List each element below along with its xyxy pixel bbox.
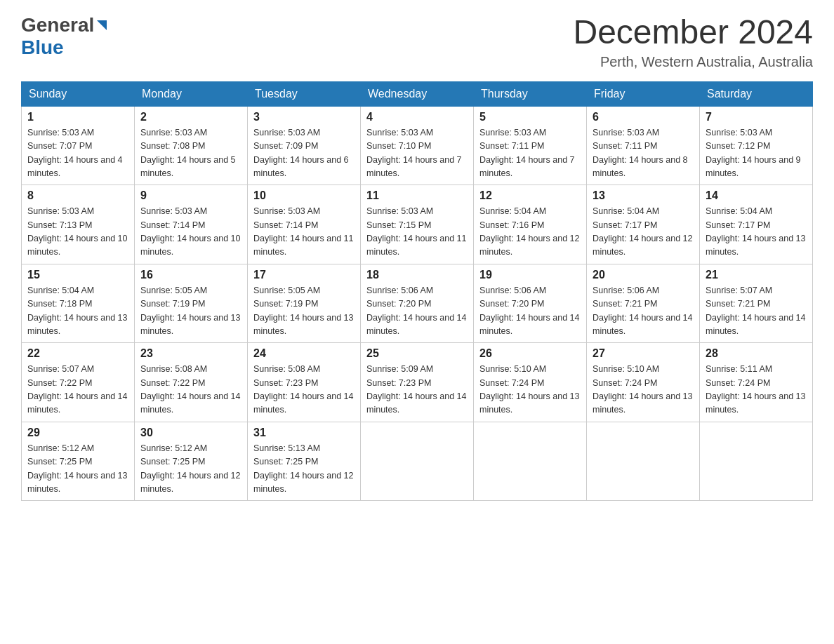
day-info: Sunrise: 5:12 AMSunset: 7:25 PMDaylight:… [140,442,241,497]
calendar-week-row: 15Sunrise: 5:04 AMSunset: 7:18 PMDayligh… [22,264,813,343]
day-number: 31 [253,427,355,439]
day-number: 21 [706,269,807,281]
table-row: 8Sunrise: 5:03 AMSunset: 7:13 PMDaylight… [22,185,135,264]
day-info: Sunrise: 5:03 AMSunset: 7:14 PMDaylight:… [253,205,355,260]
day-info: Sunrise: 5:04 AMSunset: 7:16 PMDaylight:… [479,205,581,260]
day-info: Sunrise: 5:03 AMSunset: 7:13 PMDaylight:… [27,205,128,260]
day-number: 29 [27,427,128,439]
day-info: Sunrise: 5:07 AMSunset: 7:22 PMDaylight:… [27,363,128,417]
day-number: 27 [593,347,694,360]
table-row: 6Sunrise: 5:03 AMSunset: 7:11 PMDaylight… [587,106,700,185]
calendar-week-row: 29Sunrise: 5:12 AMSunset: 7:25 PMDayligh… [22,422,813,501]
day-number: 17 [253,269,355,281]
day-info: Sunrise: 5:04 AMSunset: 7:17 PMDaylight:… [593,205,694,260]
day-info: Sunrise: 5:05 AMSunset: 7:19 PMDaylight:… [140,284,241,339]
table-row: 2Sunrise: 5:03 AMSunset: 7:08 PMDaylight… [135,106,248,185]
table-row: 21Sunrise: 5:07 AMSunset: 7:21 PMDayligh… [700,264,813,343]
table-row: 24Sunrise: 5:08 AMSunset: 7:23 PMDayligh… [248,343,361,422]
calendar-subtitle: Perth, Western Australia, Australia [573,54,813,70]
table-row [474,422,587,501]
day-number: 3 [253,111,355,123]
col-friday: Friday [587,81,700,106]
day-number: 10 [253,189,355,202]
day-number: 15 [27,269,128,281]
calendar-title: December 2024 [573,14,813,51]
col-wednesday: Wednesday [361,81,474,106]
day-info: Sunrise: 5:10 AMSunset: 7:24 PMDaylight:… [593,363,694,417]
day-number: 5 [479,111,581,123]
day-info: Sunrise: 5:11 AMSunset: 7:24 PMDaylight:… [706,363,807,417]
day-number: 11 [366,189,468,202]
table-row: 18Sunrise: 5:06 AMSunset: 7:20 PMDayligh… [361,264,474,343]
col-sunday: Sunday [22,81,135,106]
title-area: December 2024 Perth, Western Australia, … [573,14,813,70]
day-info: Sunrise: 5:13 AMSunset: 7:25 PMDaylight:… [253,442,355,497]
table-row: 1Sunrise: 5:03 AMSunset: 7:07 PMDaylight… [22,106,135,185]
col-monday: Monday [135,81,248,106]
calendar-week-row: 22Sunrise: 5:07 AMSunset: 7:22 PMDayligh… [22,343,813,422]
calendar-week-row: 1Sunrise: 5:03 AMSunset: 7:07 PMDaylight… [22,106,813,185]
col-saturday: Saturday [700,81,813,106]
day-number: 19 [479,269,581,281]
table-row [700,422,813,501]
day-info: Sunrise: 5:03 AMSunset: 7:07 PMDaylight:… [27,126,128,181]
day-number: 28 [706,347,807,360]
table-row: 4Sunrise: 5:03 AMSunset: 7:10 PMDaylight… [361,106,474,185]
table-row: 26Sunrise: 5:10 AMSunset: 7:24 PMDayligh… [474,343,587,422]
table-row: 11Sunrise: 5:03 AMSunset: 7:15 PMDayligh… [361,185,474,264]
day-number: 7 [706,111,807,123]
day-info: Sunrise: 5:06 AMSunset: 7:21 PMDaylight:… [593,284,694,339]
logo-blue-text: Blue [21,36,64,58]
table-row: 10Sunrise: 5:03 AMSunset: 7:14 PMDayligh… [248,185,361,264]
day-number: 6 [593,111,694,123]
calendar-header-row: Sunday Monday Tuesday Wednesday Thursday… [22,81,813,106]
table-row: 31Sunrise: 5:13 AMSunset: 7:25 PMDayligh… [248,422,361,501]
calendar-table: Sunday Monday Tuesday Wednesday Thursday… [21,81,813,502]
day-info: Sunrise: 5:04 AMSunset: 7:17 PMDaylight:… [706,205,807,260]
day-info: Sunrise: 5:03 AMSunset: 7:08 PMDaylight:… [140,126,241,181]
col-tuesday: Tuesday [248,81,361,106]
page-header: General Blue December 2024 Perth, Wester… [21,14,813,70]
table-row: 3Sunrise: 5:03 AMSunset: 7:09 PMDaylight… [248,106,361,185]
day-number: 26 [479,347,581,360]
day-info: Sunrise: 5:07 AMSunset: 7:21 PMDaylight:… [706,284,807,339]
calendar-week-row: 8Sunrise: 5:03 AMSunset: 7:13 PMDaylight… [22,185,813,264]
day-info: Sunrise: 5:06 AMSunset: 7:20 PMDaylight:… [366,284,468,339]
day-number: 22 [27,347,128,360]
table-row: 19Sunrise: 5:06 AMSunset: 7:20 PMDayligh… [474,264,587,343]
table-row: 9Sunrise: 5:03 AMSunset: 7:14 PMDaylight… [135,185,248,264]
table-row: 17Sunrise: 5:05 AMSunset: 7:19 PMDayligh… [248,264,361,343]
day-info: Sunrise: 5:03 AMSunset: 7:11 PMDaylight:… [479,126,581,181]
svg-marker-0 [97,20,107,30]
day-info: Sunrise: 5:03 AMSunset: 7:10 PMDaylight:… [366,126,468,181]
logo-triangle-icon [94,18,110,33]
day-number: 25 [366,347,468,360]
day-info: Sunrise: 5:03 AMSunset: 7:14 PMDaylight:… [140,205,241,260]
col-thursday: Thursday [474,81,587,106]
table-row: 20Sunrise: 5:06 AMSunset: 7:21 PMDayligh… [587,264,700,343]
table-row: 22Sunrise: 5:07 AMSunset: 7:22 PMDayligh… [22,343,135,422]
table-row: 14Sunrise: 5:04 AMSunset: 7:17 PMDayligh… [700,185,813,264]
table-row: 27Sunrise: 5:10 AMSunset: 7:24 PMDayligh… [587,343,700,422]
day-number: 23 [140,347,241,360]
day-info: Sunrise: 5:03 AMSunset: 7:15 PMDaylight:… [366,205,468,260]
table-row: 12Sunrise: 5:04 AMSunset: 7:16 PMDayligh… [474,185,587,264]
table-row: 5Sunrise: 5:03 AMSunset: 7:11 PMDaylight… [474,106,587,185]
day-info: Sunrise: 5:09 AMSunset: 7:23 PMDaylight:… [366,363,468,417]
day-number: 2 [140,111,241,123]
day-number: 16 [140,269,241,281]
day-number: 20 [593,269,694,281]
table-row: 13Sunrise: 5:04 AMSunset: 7:17 PMDayligh… [587,185,700,264]
day-number: 8 [27,189,128,202]
table-row: 25Sunrise: 5:09 AMSunset: 7:23 PMDayligh… [361,343,474,422]
day-number: 4 [366,111,468,123]
day-number: 9 [140,189,241,202]
day-info: Sunrise: 5:04 AMSunset: 7:18 PMDaylight:… [27,284,128,339]
day-info: Sunrise: 5:08 AMSunset: 7:22 PMDaylight:… [140,363,241,417]
table-row [361,422,474,501]
day-number: 24 [253,347,355,360]
day-info: Sunrise: 5:12 AMSunset: 7:25 PMDaylight:… [27,442,128,497]
logo-general-text: General [21,14,94,36]
day-number: 18 [366,269,468,281]
day-info: Sunrise: 5:06 AMSunset: 7:20 PMDaylight:… [479,284,581,339]
